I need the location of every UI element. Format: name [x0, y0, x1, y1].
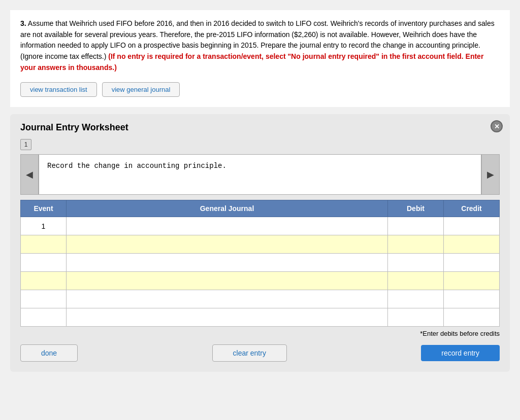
done-button[interactable]: done — [20, 344, 78, 362]
journal-cell-4[interactable] — [67, 290, 388, 308]
journal-input-2[interactable] — [67, 254, 387, 271]
debit-input-3[interactable] — [388, 272, 443, 290]
debit-input-0[interactable] — [388, 217, 443, 235]
credit-input-2[interactable] — [444, 254, 499, 271]
journal-input-4[interactable] — [67, 290, 387, 308]
close-button[interactable]: ✕ — [491, 120, 503, 132]
journal-table-wrapper: Event General Journal Debit Credit 1 *En… — [20, 200, 500, 337]
credit-cell-4[interactable] — [444, 290, 500, 308]
table-row: 1 — [21, 217, 500, 235]
credit-cell-0[interactable] — [444, 217, 500, 235]
page-indicator: 1 — [20, 139, 31, 150]
question-section: 3. Assume that Weihrich used FIFO before… — [10, 10, 510, 107]
journal-input-1[interactable] — [67, 235, 387, 253]
event-cell-4 — [21, 290, 67, 308]
action-buttons-row: done clear entry record entry — [20, 344, 500, 362]
debit-cell-3[interactable] — [388, 272, 444, 290]
credit-input-4[interactable] — [444, 290, 499, 308]
footer-note: *Enter debits before credits — [20, 330, 500, 337]
journal-table: Event General Journal Debit Credit 1 — [20, 200, 500, 327]
journal-cell-2[interactable] — [67, 254, 388, 272]
credit-input-0[interactable] — [444, 217, 499, 235]
journal-cell-3[interactable] — [67, 272, 388, 290]
journal-input-0[interactable] — [67, 217, 387, 235]
credit-input-5[interactable] — [444, 308, 499, 326]
worksheet-title: Journal Entry Worksheet — [20, 122, 500, 133]
nav-right-button[interactable]: ▶ — [481, 154, 500, 195]
journal-input-5[interactable] — [67, 308, 387, 326]
debit-cell-4[interactable] — [388, 290, 444, 308]
table-row — [21, 254, 500, 272]
view-general-journal-button[interactable]: view general journal — [102, 82, 180, 97]
event-cell-2 — [21, 254, 67, 272]
credit-cell-5[interactable] — [444, 308, 500, 327]
credit-input-1[interactable] — [444, 235, 499, 253]
journal-input-3[interactable] — [67, 272, 387, 290]
question-number: 3. — [20, 19, 26, 27]
nav-left-button[interactable]: ◀ — [20, 154, 39, 195]
event-cell-3 — [21, 272, 67, 290]
table-row — [21, 235, 500, 254]
debit-input-5[interactable] — [388, 308, 443, 326]
journal-cell-0[interactable] — [67, 217, 388, 235]
table-row — [21, 308, 500, 327]
clear-entry-button[interactable]: clear entry — [212, 344, 287, 362]
debit-cell-5[interactable] — [388, 308, 444, 327]
top-buttons-row: view transaction list view general journ… — [20, 82, 500, 97]
nav-row: ◀ Record the change in accounting princi… — [20, 154, 500, 195]
debit-input-1[interactable] — [388, 235, 443, 253]
worksheet-container: ✕ Journal Entry Worksheet 1 ◀ Record the… — [10, 114, 510, 372]
description-box: Record the change in accounting principl… — [39, 154, 481, 195]
debit-cell-2[interactable] — [388, 254, 444, 272]
table-header-row: Event General Journal Debit Credit — [21, 200, 500, 217]
event-cell-0: 1 — [21, 217, 67, 235]
col-debit-header: Debit — [388, 200, 444, 217]
col-event-header: Event — [21, 200, 67, 217]
col-journal-header: General Journal — [67, 200, 388, 217]
col-credit-header: Credit — [444, 200, 500, 217]
credit-cell-1[interactable] — [444, 235, 500, 254]
debit-input-4[interactable] — [388, 290, 443, 308]
credit-cell-3[interactable] — [444, 272, 500, 290]
event-cell-1 — [21, 235, 67, 254]
view-transaction-list-button[interactable]: view transaction list — [20, 82, 97, 97]
credit-cell-2[interactable] — [444, 254, 500, 272]
debit-cell-0[interactable] — [388, 217, 444, 235]
debit-cell-1[interactable] — [388, 235, 444, 254]
credit-input-3[interactable] — [444, 272, 499, 290]
event-cell-5 — [21, 308, 67, 327]
table-row — [21, 272, 500, 290]
journal-cell-5[interactable] — [67, 308, 388, 327]
question-text: 3. Assume that Weihrich used FIFO before… — [20, 18, 500, 73]
debit-input-2[interactable] — [388, 254, 443, 271]
table-row — [21, 290, 500, 308]
journal-cell-1[interactable] — [67, 235, 388, 254]
record-entry-button[interactable]: record entry — [421, 345, 500, 361]
